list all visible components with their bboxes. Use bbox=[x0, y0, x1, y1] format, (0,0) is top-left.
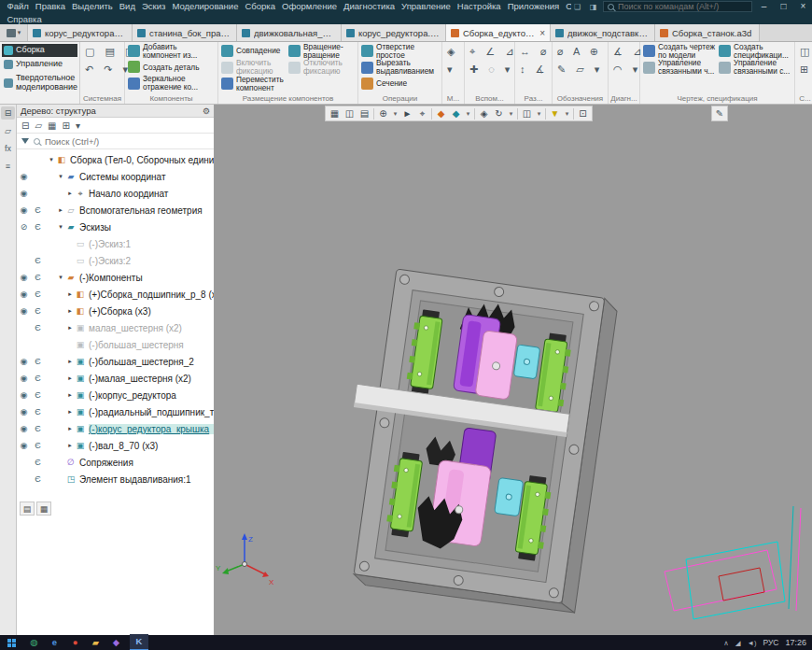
create-specification-button[interactable]: Создать спецификаци... bbox=[718, 43, 793, 59]
tree-item-origin[interactable]: ◉▸⌖Начало координат bbox=[17, 185, 214, 202]
visibility-eye-icon[interactable]: ◉ bbox=[17, 424, 31, 433]
m-icons-row[interactable]: ◈ bbox=[444, 43, 462, 61]
tree-item-radial-bearing[interactable]: ◉Є▸▣(-)радиальный_подшипник_тип_2 ( bbox=[17, 403, 214, 420]
tree-panel-icon[interactable]: ⊟ bbox=[1, 106, 15, 120]
clip-icon[interactable]: ⊡ bbox=[577, 106, 589, 120]
tree-item-shaft[interactable]: ◉Є▸▣(-)вал_8_70 (x3) bbox=[17, 437, 214, 454]
tree-item-gearbox-housing[interactable]: ◉Є▸▣(-)корпус_редуктора bbox=[17, 387, 214, 403]
gear-icon[interactable]: ⚙ bbox=[203, 106, 210, 116]
expand-arrow-icon[interactable]: ▸ bbox=[65, 391, 75, 399]
auxiliary-icons-row[interactable]: ⌖ ∠ ⊿ bbox=[467, 43, 512, 61]
sketch-pencil-button[interactable]: ✎ bbox=[711, 106, 728, 121]
s-icons-row[interactable]: ◫ bbox=[797, 43, 812, 61]
menu-modeling[interactable]: Моделирование bbox=[169, 0, 242, 13]
section-state-icon[interactable]: Є bbox=[31, 357, 45, 366]
tree-view-tab-icon[interactable]: ▤ bbox=[20, 502, 35, 516]
dimensions-icons-row[interactable]: ↔ ⌀ bbox=[517, 43, 550, 61]
chevron-down-icon[interactable]: ▾ bbox=[536, 106, 542, 120]
tree-item-small-gear-hidden[interactable]: Є▸▣малая_шестерня (x2) bbox=[17, 319, 214, 336]
taskbar-app-icon[interactable]: ◆ bbox=[109, 635, 123, 650]
clock[interactable]: 17:26 bbox=[785, 638, 806, 647]
visibility-eye-icon[interactable]: ◉ bbox=[17, 374, 31, 383]
system-icons-row[interactable]: ▢ ▤ ◫ bbox=[82, 43, 122, 61]
manage-linked-specs-button[interactable]: Управление связанными с... bbox=[718, 59, 793, 75]
section-state-icon[interactable]: Є bbox=[31, 474, 45, 484]
expand-arrow-icon[interactable]: ▸ bbox=[65, 190, 75, 197]
tree-item-auxiliary-geometry[interactable]: ◉Є▸▱Вспомогательная геометрия bbox=[17, 202, 214, 219]
volume-icon[interactable]: ◄) bbox=[748, 639, 757, 647]
dimensions-icons-row2[interactable]: ↕ ∡ bbox=[517, 61, 550, 78]
orientation-cube-alt-icon[interactable]: ◆ bbox=[450, 106, 462, 120]
chevron-down-icon[interactable]: ▾ bbox=[465, 106, 471, 120]
menu-settings[interactable]: Настройка bbox=[454, 0, 504, 13]
taskbar-app-icon[interactable]: ◍ bbox=[27, 635, 41, 650]
network-icon[interactable]: ◢ bbox=[735, 639, 741, 647]
tree-item-components[interactable]: ◉Є▾▰(-)Компоненты bbox=[17, 269, 214, 286]
section-state-icon[interactable]: Є bbox=[31, 290, 45, 299]
expand-arrow-icon[interactable]: ▾ bbox=[56, 173, 65, 180]
section-state-icon[interactable]: Є bbox=[31, 273, 45, 282]
tree-search-input[interactable] bbox=[45, 136, 209, 147]
section-state-icon[interactable]: Є bbox=[31, 306, 45, 316]
menu-applications[interactable]: Приложения bbox=[504, 0, 563, 13]
s-icons-row2[interactable]: ⊞ bbox=[797, 61, 812, 78]
visibility-eye-icon[interactable]: ◉ bbox=[17, 407, 31, 417]
mode-assembly[interactable]: Сборка bbox=[2, 44, 77, 57]
section-state-icon[interactable]: Є bbox=[31, 222, 45, 232]
enable-fixation-button[interactable]: Включить фиксацию bbox=[220, 59, 287, 75]
menu-window[interactable]: Окно bbox=[563, 0, 571, 13]
expand-arrow-icon[interactable]: ▸ bbox=[65, 358, 75, 365]
notations-icons-row[interactable]: ⌀ A ⊕ bbox=[554, 43, 606, 61]
menu-diagnostics[interactable]: Диагностика bbox=[340, 0, 398, 13]
panels-icon[interactable]: ◨ bbox=[587, 3, 599, 11]
disable-fixation-button[interactable]: Отключить фиксацию bbox=[287, 59, 357, 75]
tree-item-big-gear-hidden[interactable]: ▣(-)большая_шестерня bbox=[17, 336, 214, 353]
chevron-down-icon[interactable]: ▾ bbox=[564, 106, 570, 120]
tree-item-sketch-2[interactable]: Є▭(-)Эскиз:2 bbox=[17, 252, 214, 269]
edge-browser-icon[interactable]: e bbox=[48, 635, 62, 650]
view-panes-icon[interactable]: ▤ bbox=[358, 106, 371, 120]
tree-item-coordinate-systems[interactable]: ◉▾▰Системы координат bbox=[17, 168, 214, 185]
filter-funnel-icon[interactable] bbox=[21, 138, 29, 144]
diagnostics-icons-row2[interactable]: ◠ ▾ bbox=[610, 61, 637, 78]
expand-arrow-icon[interactable]: ▸ bbox=[65, 290, 75, 298]
zoom-icon[interactable]: ⊕ bbox=[377, 106, 389, 120]
manage-linked-drawings-button[interactable]: Управление связанными ч... bbox=[642, 59, 718, 75]
section-state-icon[interactable]: Є bbox=[31, 424, 45, 433]
kompas-app-icon-active[interactable]: K bbox=[130, 634, 148, 650]
tree-item-big-gear-2[interactable]: ◉Є▸▣(-)большая_шестерня_2 bbox=[17, 353, 214, 370]
chevron-down-icon[interactable]: ▾ bbox=[508, 106, 514, 120]
command-search[interactable] bbox=[603, 1, 752, 12]
visibility-eye-icon[interactable]: ◉ bbox=[17, 205, 31, 215]
menu-sketch[interactable]: Эскиз bbox=[138, 0, 168, 13]
menu-file[interactable]: Файл bbox=[4, 0, 32, 13]
coincidence-button[interactable]: Совпадение bbox=[220, 43, 287, 59]
rotate-view-icon[interactable]: ↻ bbox=[493, 106, 505, 120]
tree-item-bearing-assembly[interactable]: ◉Є▸◧(+)Сборка_подшипник_р_8 (x3) bbox=[17, 286, 214, 303]
document-tab[interactable]: станина_бок_правы... bbox=[133, 24, 237, 41]
expand-arrow-icon[interactable]: ▾ bbox=[56, 274, 65, 281]
move-component-button[interactable]: Переместить компонент bbox=[220, 76, 287, 92]
mode-solid-modeling[interactable]: Твердотельное моделирование bbox=[2, 72, 77, 93]
add-component-button[interactable]: Добавить компонент из... bbox=[127, 43, 216, 59]
expand-arrow-icon[interactable]: ▾ bbox=[56, 223, 65, 231]
tree-group-icon[interactable]: ▱ bbox=[35, 120, 42, 131]
section-state-icon[interactable]: Є bbox=[31, 256, 45, 265]
language-indicator[interactable]: РУС bbox=[763, 638, 778, 647]
visibility-eye-icon[interactable]: ◉ bbox=[17, 306, 31, 316]
notations-icons-row2[interactable]: ✎ ▱ ▾ bbox=[554, 61, 606, 78]
folder-icon[interactable]: ▰ bbox=[89, 635, 103, 650]
projection-icon[interactable]: ◫ bbox=[521, 106, 533, 120]
tab-list-button[interactable]: ▾ bbox=[0, 24, 28, 41]
expand-arrow-icon[interactable]: ▸ bbox=[65, 307, 75, 315]
section-state-icon[interactable]: Є bbox=[31, 407, 45, 417]
menu-assembly[interactable]: Сборка bbox=[242, 0, 279, 13]
expand-arrow-icon[interactable]: ▾ bbox=[47, 156, 56, 163]
auxiliary-icons-row2[interactable]: ✚ ◌ ▾ bbox=[467, 61, 512, 78]
expand-arrow-icon[interactable]: ▸ bbox=[65, 374, 75, 382]
document-tab[interactable]: корус_редуктора.m3d bbox=[342, 24, 446, 41]
tree-item-housing-cover-selected[interactable]: ◉Є▸▣(-)корус_редуктора_крышка bbox=[17, 420, 214, 437]
expand-arrow-icon[interactable]: ▸ bbox=[65, 324, 75, 332]
m-icons-row2[interactable]: ▾ bbox=[444, 61, 462, 78]
tree-item-extrusion-feature[interactable]: Є◳Элемент выдавливания:1 bbox=[17, 471, 214, 488]
